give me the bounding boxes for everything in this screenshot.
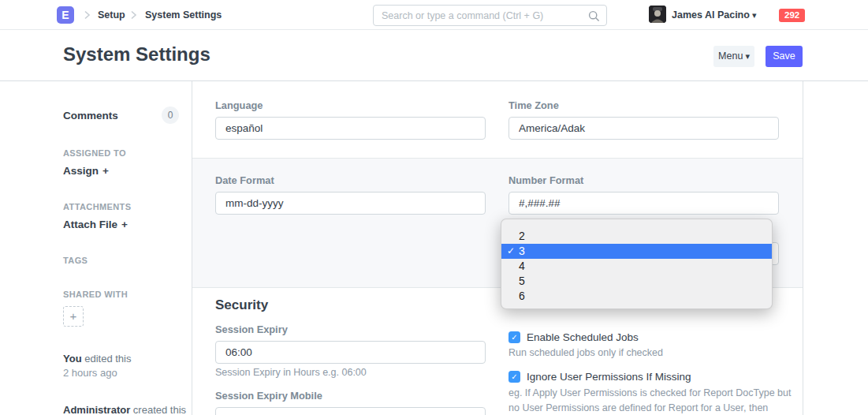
session-expiry-mobile-input[interactable] — [215, 407, 486, 415]
session-expiry-label: Session Expiry — [215, 323, 486, 335]
breadcrumb-chevron-icon — [82, 10, 91, 20]
edited-action: edited this — [84, 353, 131, 365]
number-format-input[interactable] — [509, 192, 779, 215]
precision-dropdown-popup: 2 ✓3 4 5 6 — [501, 219, 773, 309]
breadcrumb-setup[interactable]: Setup — [98, 9, 125, 21]
created-action: created this — [133, 404, 186, 415]
created-activity: Administrator created this — [63, 404, 197, 415]
enable-scheduled-jobs-label: Enable Scheduled Jobs — [527, 331, 639, 343]
check-icon: ✓ — [507, 244, 515, 259]
tags-heading: TAGS — [63, 256, 88, 265]
session-expiry-mobile-label: Session Expiry Mobile — [215, 390, 486, 402]
shared-with-heading: SHARED WITH — [63, 290, 128, 299]
session-expiry-field: Session Expiry — [215, 323, 486, 364]
user-menu[interactable]: James Al Pacino▾ — [672, 9, 756, 21]
dropdown-option-6[interactable]: 6 — [501, 289, 772, 304]
breadcrumb-system-settings[interactable]: System Settings — [145, 9, 222, 21]
sidebar-divider — [192, 81, 192, 415]
breadcrumb-chevron-icon — [129, 10, 138, 20]
menu-button[interactable]: Menu▾ — [713, 46, 754, 67]
assigned-to-heading: ASSIGNED TO — [63, 148, 126, 158]
option-label: 6 — [519, 290, 525, 302]
edited-activity: You edited this2 hours ago — [63, 352, 189, 380]
language-field: Language — [215, 99, 486, 140]
option-label: 3 — [519, 245, 525, 257]
date-format-label: Date Format — [215, 174, 486, 186]
form-right-border — [803, 81, 803, 415]
enable-scheduled-jobs-checkbox[interactable]: ✓ Enable Scheduled Jobs — [509, 331, 639, 343]
dropdown-option-2[interactable]: 2 — [501, 229, 772, 244]
caret-down-icon: ▾ — [752, 10, 757, 20]
notifications-badge[interactable]: 292 — [779, 9, 805, 22]
plus-icon: + — [121, 219, 128, 230]
attach-file-button[interactable]: Attach File+ — [63, 219, 128, 230]
page-title: System Settings — [63, 43, 210, 65]
dropdown-option-3-selected[interactable]: ✓3 — [501, 244, 772, 259]
option-label: 4 — [519, 260, 525, 272]
option-label: 2 — [519, 230, 525, 242]
share-add-button[interactable]: + — [63, 306, 84, 327]
number-format-label: Number Format — [509, 174, 779, 186]
ignore-user-permissions-checkbox[interactable]: ✓ Ignore User Permissions If Missing — [509, 371, 691, 383]
user-avatar[interactable] — [649, 6, 666, 23]
date-format-input[interactable] — [215, 192, 486, 215]
edited-time: 2 hours ago — [63, 367, 117, 379]
time-zone-label: Time Zone — [509, 99, 779, 111]
time-zone-field: Time Zone — [509, 99, 779, 140]
option-label: 5 — [519, 275, 525, 287]
created-by: Administrator — [63, 404, 130, 415]
security-section-title: Security — [215, 297, 268, 313]
assign-button[interactable]: Assign+ — [63, 165, 109, 177]
search-icon — [588, 10, 600, 22]
menu-button-label: Menu — [718, 50, 743, 62]
checkbox-checked-icon: ✓ — [509, 331, 520, 343]
system-settings-page: E Setup System Settings James Al Pacino▾… — [0, 0, 868, 415]
language-input[interactable] — [215, 117, 486, 140]
checkbox-checked-icon: ✓ — [509, 371, 520, 383]
time-zone-input[interactable] — [509, 117, 779, 140]
ignore-user-permissions-help: eg. If Apply User Permissions is checked… — [509, 386, 794, 415]
edited-by: You — [63, 353, 82, 365]
save-button[interactable]: Save — [766, 46, 803, 67]
navbar: E Setup System Settings James Al Pacino▾… — [0, 0, 868, 30]
session-expiry-help: Session Expiry in Hours e.g. 06:00 — [215, 367, 367, 378]
enable-scheduled-jobs-help: Run scheduled jobs only if checked — [509, 347, 663, 358]
search-input[interactable] — [374, 6, 606, 25]
session-expiry-mobile-field: Session Expiry Mobile — [215, 390, 486, 415]
comments-count-badge[interactable]: 0 — [162, 107, 179, 124]
app-logo[interactable]: E — [57, 6, 74, 24]
dropdown-option-5[interactable]: 5 — [501, 274, 772, 289]
caret-down-icon: ▾ — [745, 51, 750, 61]
global-search — [373, 5, 607, 26]
ignore-user-permissions-label: Ignore User Permissions If Missing — [527, 371, 691, 383]
language-label: Language — [215, 99, 486, 111]
attachments-heading: ATTACHMENTS — [63, 202, 131, 211]
page-header: System Settings Menu▾ Save — [0, 30, 868, 81]
date-format-field: Date Format — [215, 174, 486, 215]
number-format-field: Number Format — [509, 174, 779, 215]
dropdown-option-4[interactable]: 4 — [501, 259, 772, 274]
attach-file-label: Attach File — [63, 219, 117, 230]
sidebar-comments[interactable]: Comments — [63, 110, 118, 122]
avatar-portrait — [649, 6, 666, 23]
session-expiry-input[interactable] — [215, 341, 486, 364]
assign-label: Assign — [63, 165, 99, 177]
plus-icon: + — [102, 165, 109, 177]
user-name-label: James Al Pacino — [672, 9, 750, 21]
